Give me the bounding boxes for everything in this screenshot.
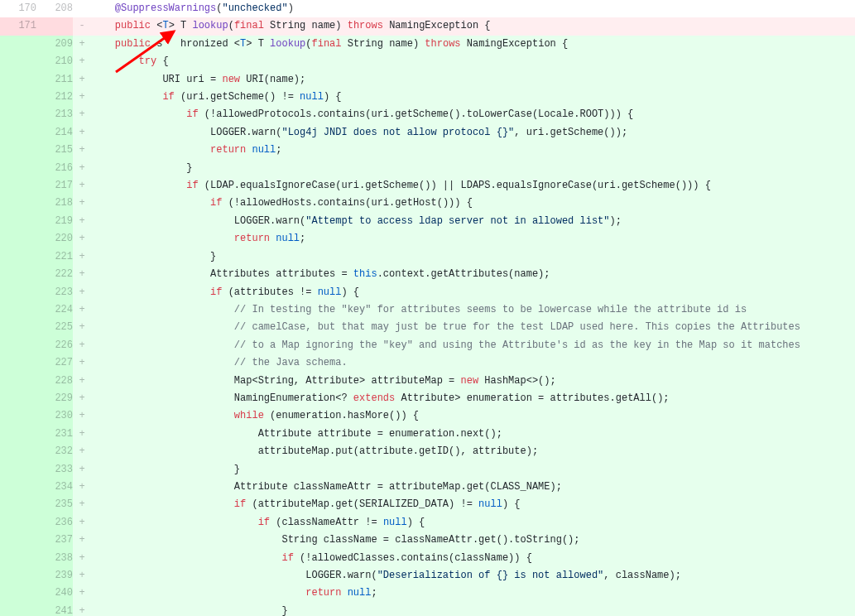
diff-row[interactable]: 218+ if (!allowedHosts.contains(uri.getH… bbox=[0, 195, 855, 212]
old-line-number[interactable] bbox=[0, 177, 36, 195]
code-cell[interactable]: return null; bbox=[91, 142, 855, 159]
diff-row[interactable]: 233+ } bbox=[0, 461, 855, 479]
new-line-number[interactable]: 231 bbox=[36, 426, 73, 443]
code-cell[interactable]: return null; bbox=[91, 230, 855, 248]
new-line-number[interactable]: 217 bbox=[36, 177, 73, 195]
new-line-number[interactable]: 235 bbox=[36, 496, 73, 513]
code-cell[interactable]: if (classNameAttr != null) { bbox=[91, 514, 855, 532]
new-line-number[interactable]: 218 bbox=[36, 195, 73, 212]
code-cell[interactable]: return null; bbox=[91, 585, 855, 602]
old-line-number[interactable] bbox=[0, 284, 36, 301]
code-cell[interactable]: LOGGER.warn("Deserialization of {} is no… bbox=[91, 567, 855, 585]
diff-row[interactable]: 241+ } bbox=[0, 603, 855, 616]
old-line-number[interactable] bbox=[0, 71, 36, 89]
new-line-number[interactable]: 240 bbox=[36, 585, 73, 602]
code-cell[interactable]: // the Java schema. bbox=[91, 354, 855, 372]
code-cell[interactable]: } bbox=[91, 461, 855, 479]
code-cell[interactable]: LOGGER.warn("Attempt to access ldap serv… bbox=[91, 213, 855, 230]
old-line-number[interactable] bbox=[0, 248, 36, 266]
old-line-number[interactable] bbox=[0, 443, 36, 460]
code-cell[interactable]: // to a Map ignoring the "key" and using… bbox=[91, 337, 855, 354]
new-line-number[interactable]: 230 bbox=[36, 407, 73, 425]
old-line-number[interactable] bbox=[0, 319, 36, 336]
diff-row[interactable]: 228+ Map<String, Attribute> attributeMap… bbox=[0, 373, 855, 390]
new-line-number[interactable]: 210 bbox=[36, 53, 73, 70]
code-cell[interactable]: @SuppressWarnings("unchecked") bbox=[91, 0, 855, 17]
new-line-number[interactable]: 216 bbox=[36, 160, 73, 177]
diff-row[interactable]: 240+ return null; bbox=[0, 585, 855, 602]
code-cell[interactable]: while (enumeration.hasMore()) { bbox=[91, 407, 855, 425]
code-cell[interactable]: // In testing the "key" for attributes s… bbox=[91, 301, 855, 319]
new-line-number[interactable]: 213 bbox=[36, 106, 73, 123]
old-line-number[interactable] bbox=[0, 585, 36, 602]
code-cell[interactable]: public <T> T lookup(final String name) t… bbox=[91, 17, 855, 35]
code-cell[interactable]: URI uri = new URI(name); bbox=[91, 71, 855, 89]
code-cell[interactable]: if (attributeMap.get(SERIALIZED_DATA) !=… bbox=[91, 496, 855, 513]
new-line-number[interactable]: 223 bbox=[36, 284, 73, 301]
new-line-number[interactable]: 234 bbox=[36, 479, 73, 496]
new-line-number[interactable]: 209 bbox=[36, 36, 73, 53]
code-cell[interactable]: if (uri.getScheme() != null) { bbox=[91, 89, 855, 106]
code-cell[interactable]: if (attributes != null) { bbox=[91, 284, 855, 301]
new-line-number[interactable]: 211 bbox=[36, 71, 73, 89]
code-cell[interactable]: Attribute attribute = enumeration.next()… bbox=[91, 426, 855, 443]
new-line-number[interactable]: 238 bbox=[36, 550, 73, 567]
old-line-number[interactable] bbox=[0, 89, 36, 106]
diff-row[interactable]: 232+ attributeMap.put(attribute.getID(),… bbox=[0, 443, 855, 460]
diff-row[interactable]: 211+ URI uri = new URI(name); bbox=[0, 71, 855, 89]
diff-row[interactable]: 223+ if (attributes != null) { bbox=[0, 284, 855, 301]
code-cell[interactable]: } bbox=[91, 248, 855, 266]
new-line-number[interactable]: 224 bbox=[36, 301, 73, 319]
code-cell[interactable]: String className = classNameAttr.get().t… bbox=[91, 532, 855, 549]
diff-row[interactable]: 217+ if (LDAP.equalsIgnoreCase(uri.getSc… bbox=[0, 177, 855, 195]
diff-row[interactable]: 236+ if (classNameAttr != null) { bbox=[0, 514, 855, 532]
code-cell[interactable]: } bbox=[91, 160, 855, 177]
old-line-number[interactable] bbox=[0, 230, 36, 248]
new-line-number[interactable]: 237 bbox=[36, 532, 73, 549]
diff-row[interactable]: 230+ while (enumeration.hasMore()) { bbox=[0, 407, 855, 425]
diff-row[interactable]: 224+ // In testing the "key" for attribu… bbox=[0, 301, 855, 319]
old-line-number[interactable] bbox=[0, 301, 36, 319]
code-cell[interactable]: try { bbox=[91, 53, 855, 70]
new-line-number[interactable]: 232 bbox=[36, 443, 73, 460]
old-line-number[interactable] bbox=[0, 142, 36, 159]
old-line-number[interactable] bbox=[0, 550, 36, 567]
new-line-number[interactable]: 208 bbox=[36, 0, 73, 17]
code-cell[interactable]: public s hronized <T> T lookup(final Str… bbox=[91, 36, 855, 53]
old-line-number[interactable] bbox=[0, 567, 36, 585]
new-line-number[interactable]: 226 bbox=[36, 337, 73, 354]
old-line-number[interactable] bbox=[0, 266, 36, 283]
diff-row[interactable]: 234+ Attribute classNameAttr = attribute… bbox=[0, 479, 855, 496]
new-line-number[interactable]: 212 bbox=[36, 89, 73, 106]
old-line-number[interactable] bbox=[0, 337, 36, 354]
old-line-number[interactable] bbox=[0, 160, 36, 177]
code-cell[interactable]: Attributes attributes = this.context.get… bbox=[91, 266, 855, 283]
new-line-number[interactable]: 229 bbox=[36, 390, 73, 407]
new-line-number[interactable]: 222 bbox=[36, 266, 73, 283]
new-line-number[interactable]: 214 bbox=[36, 124, 73, 142]
old-line-number[interactable] bbox=[0, 373, 36, 390]
code-cell[interactable]: Attribute classNameAttr = attributeMap.g… bbox=[91, 479, 855, 496]
diff-row[interactable]: 210+ try { bbox=[0, 53, 855, 70]
old-line-number[interactable] bbox=[0, 195, 36, 212]
diff-row[interactable]: 209+ public s hronized <T> T lookup(fina… bbox=[0, 36, 855, 53]
diff-row[interactable]: 215+ return null; bbox=[0, 142, 855, 159]
new-line-number[interactable]: 220 bbox=[36, 230, 73, 248]
code-cell[interactable]: if (!allowedHosts.contains(uri.getHost()… bbox=[91, 195, 855, 212]
diff-row[interactable]: 222+ Attributes attributes = this.contex… bbox=[0, 266, 855, 283]
new-line-number[interactable]: 233 bbox=[36, 461, 73, 479]
diff-row[interactable]: 226+ // to a Map ignoring the "key" and … bbox=[0, 337, 855, 354]
code-cell[interactable]: if (!allowedClasses.contains(className))… bbox=[91, 550, 855, 567]
diff-row[interactable]: 237+ String className = classNameAttr.ge… bbox=[0, 532, 855, 549]
old-line-number[interactable] bbox=[0, 124, 36, 142]
old-line-number[interactable] bbox=[0, 514, 36, 532]
diff-row[interactable]: 238+ if (!allowedClasses.contains(classN… bbox=[0, 550, 855, 567]
code-cell[interactable]: NamingEnumeration<? extends Attribute> e… bbox=[91, 390, 855, 407]
diff-row[interactable]: 220+ return null; bbox=[0, 230, 855, 248]
diff-row[interactable]: 216+ } bbox=[0, 160, 855, 177]
new-line-number[interactable]: 225 bbox=[36, 319, 73, 336]
old-line-number[interactable]: 170 bbox=[0, 0, 36, 17]
old-line-number[interactable] bbox=[0, 496, 36, 513]
diff-row[interactable]: 231+ Attribute attribute = enumeration.n… bbox=[0, 426, 855, 443]
old-line-number[interactable] bbox=[0, 479, 36, 496]
